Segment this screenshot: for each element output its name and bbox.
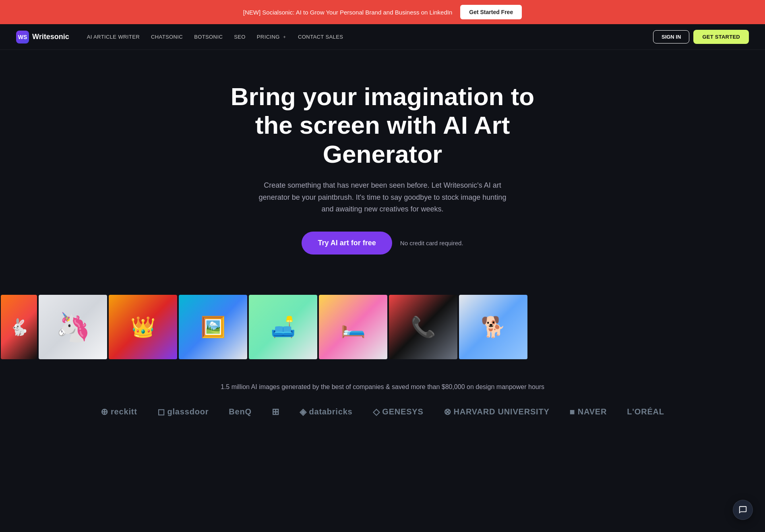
brand-databricks: ◈ databricks: [300, 407, 353, 417]
glassdoor-label: glassdoor: [167, 407, 209, 416]
navbar: WS Writesonic AI ARTICLE WRITER CHATSONI…: [0, 24, 765, 50]
signin-button[interactable]: SIGN IN: [653, 30, 689, 43]
gallery-image-living: [249, 295, 317, 359]
nav-link-pricing[interactable]: PRICING ＋: [252, 31, 292, 43]
top-banner: [NEW] Socialsonic: AI to Grow Your Perso…: [0, 0, 765, 24]
logo-icon: WS: [16, 31, 29, 43]
reckitt-label: reckitt: [111, 407, 137, 416]
nav-link-chatsonic[interactable]: CHATSONIC: [146, 31, 188, 43]
harvard-label: HARVARD UNIVERSITY: [453, 407, 549, 416]
hero-section: Bring your imagination to the screen wit…: [0, 50, 765, 279]
databricks-icon: ◈: [300, 407, 307, 417]
benq-label: BenQ: [229, 407, 252, 416]
gallery-image-phonebox: [389, 295, 457, 359]
gallery-image-frames: [179, 295, 247, 359]
databricks-label: databricks: [309, 407, 352, 416]
hero-headline: Bring your imagination to the screen wit…: [225, 82, 540, 168]
brand-loreal: L'ORÉAL: [627, 407, 664, 416]
glassdoor-icon: ◻: [157, 407, 165, 417]
loreal-label: L'ORÉAL: [627, 407, 664, 416]
brand-cambridge: ⊞: [272, 407, 279, 417]
nav-links: AI ARTICLE WRITER CHATSONIC BOTSONIC SEO…: [82, 31, 653, 43]
genesys-label: GENESYS: [382, 407, 423, 416]
pricing-label: PRICING: [257, 34, 280, 40]
gallery-strip: [0, 295, 765, 359]
hero-cta-area: Try AI art for free No credit card requi…: [8, 232, 757, 255]
brand-harvard: ⊗ HARVARD UNIVERSITY: [444, 407, 550, 417]
nav-link-botsonic[interactable]: BOTSONIC: [189, 31, 227, 43]
nav-link-seo[interactable]: SEO: [229, 31, 250, 43]
social-proof-section: 1.5 million AI images generated by the b…: [0, 359, 765, 433]
nav-actions: SIGN IN GET STARTED: [653, 30, 749, 44]
brand-reckitt: ⊕ reckitt: [101, 407, 137, 417]
brand-genesys: ◇ GENESYS: [373, 407, 424, 417]
brand-naver: ■ NAVER: [570, 407, 607, 417]
pricing-plus-icon: ＋: [282, 34, 287, 40]
gallery-image-bedroom: [319, 295, 387, 359]
nav-link-ai-article-writer[interactable]: AI ARTICLE WRITER: [82, 31, 145, 43]
gallery-image-woman: [109, 295, 177, 359]
naver-label: NAVER: [578, 407, 607, 416]
naver-icon: ■: [570, 407, 575, 417]
reckitt-icon: ⊕: [101, 407, 108, 417]
banner-text: [NEW] Socialsonic: AI to Grow Your Perso…: [243, 9, 452, 16]
gallery-image-husky: [459, 295, 527, 359]
genesys-icon: ◇: [373, 407, 380, 417]
hero-subtext: Create something that has never been see…: [258, 180, 507, 215]
gallery-image-unicorn: [39, 295, 107, 359]
brand-logo-row: ⊕ reckitt ◻ glassdoor BenQ ⊞ ◈ databrick…: [8, 407, 757, 417]
logo[interactable]: WS Writesonic: [16, 31, 69, 43]
banner-cta-button[interactable]: Get Started Free: [460, 5, 522, 19]
logo-text: Writesonic: [32, 33, 69, 41]
harvard-icon: ⊗: [444, 407, 451, 417]
try-ai-art-button[interactable]: Try AI art for free: [302, 232, 392, 255]
gallery-image-rabbit: [1, 295, 37, 359]
brand-benq: BenQ: [229, 407, 252, 416]
nav-link-contact-sales[interactable]: CONTACT SALES: [293, 31, 348, 43]
getstarted-button[interactable]: GET STARTED: [693, 30, 749, 44]
brand-glassdoor: ◻ glassdoor: [157, 407, 209, 417]
social-proof-text: 1.5 million AI images generated by the b…: [8, 383, 757, 391]
no-credit-card-label: No credit card required.: [400, 240, 463, 246]
cambridge-icon: ⊞: [272, 407, 279, 417]
